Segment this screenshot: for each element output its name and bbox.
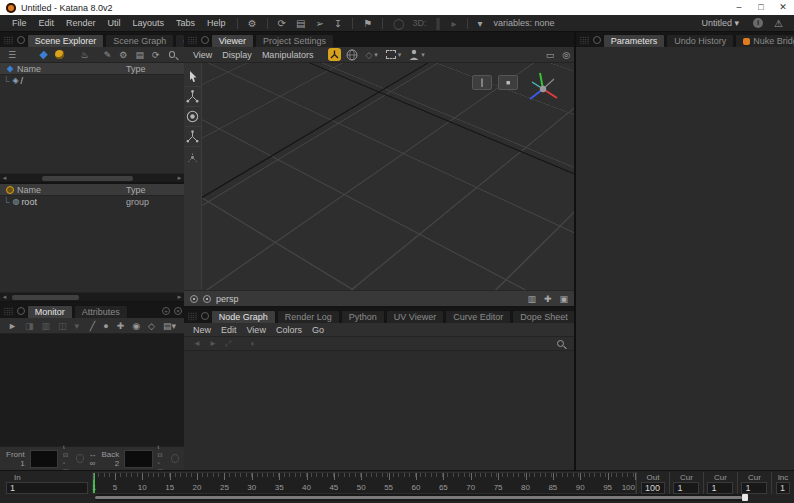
menu-manipulators[interactable]: Manipulators <box>257 50 319 60</box>
translate-tool-icon[interactable] <box>185 87 201 107</box>
out-field[interactable]: 100 <box>641 482 665 494</box>
inc-field[interactable]: 1 <box>776 482 790 494</box>
menu-display[interactable]: Display <box>217 50 257 60</box>
snapshot-icon[interactable]: ▣ <box>559 294 568 304</box>
light-display-icon[interactable] <box>55 50 63 59</box>
globe-icon[interactable] <box>346 49 358 61</box>
timeline-ruler[interactable]: 1510152025303540455055606570758085909510… <box>92 472 636 494</box>
render-pot-icon[interactable]: ♨ <box>77 50 93 60</box>
lookthrough-icon[interactable] <box>190 295 198 303</box>
node-search-icon[interactable] <box>557 340 564 347</box>
scene-explorer-row-root[interactable]: └◈/ <box>0 75 184 86</box>
back-buffer-thumbnail[interactable] <box>124 450 152 468</box>
camera-select-icon[interactable] <box>203 295 211 303</box>
pane-grip-icon[interactable]: ⣿⣿ <box>184 36 199 47</box>
tab-python[interactable]: Python <box>341 310 385 323</box>
pose-dropdown[interactable]: ▾ <box>409 49 425 60</box>
display-settings-icon[interactable]: ▭ <box>546 50 555 60</box>
overlay-icon[interactable]: ✚ <box>113 321 129 331</box>
tab-dope-sheet[interactable]: Dope Sheet <box>512 310 576 323</box>
node-graph-canvas[interactable] <box>184 351 574 470</box>
variables-dropdown[interactable]: variables: none <box>488 18 561 28</box>
pan-zoom-icon[interactable]: ✚ <box>544 294 552 304</box>
tab-parameters[interactable]: Parameters <box>603 34 666 47</box>
pane-grip-icon[interactable]: ⣿⣿ <box>0 307 15 318</box>
tab-scene-explorer[interactable]: Scene Explorer <box>27 34 105 47</box>
camera-label[interactable]: persp <box>216 294 239 304</box>
frame-all-icon[interactable]: ⤢ <box>221 339 235 349</box>
link-buffers-icon[interactable]: ∞ <box>90 459 96 468</box>
cur-field-1[interactable]: 1 <box>707 482 733 494</box>
scene-graph-hscrollbar[interactable]: ◄ ► <box>0 292 184 301</box>
search-icon[interactable] <box>169 51 176 58</box>
node-badge-icon[interactable]: ◑ <box>245 339 258 348</box>
pause-button[interactable]: ║ <box>472 75 492 90</box>
scale-tool-icon[interactable] <box>185 127 201 147</box>
tab-nuke-bridge[interactable]: Nuke Bridge <box>735 34 794 47</box>
viewer-sync-icon[interactable]: ◎ <box>562 50 570 60</box>
pane-menu-icon[interactable] <box>201 312 209 320</box>
tab-viewer[interactable]: Viewer <box>211 34 254 47</box>
tab-uv-viewer[interactable]: UV Viewer <box>386 310 444 323</box>
channels-icon[interactable]: ▥ <box>37 321 54 331</box>
pane-grip-icon[interactable]: ⣿⣿ <box>576 36 591 47</box>
tab-undo-history[interactable]: Undo History <box>666 34 734 47</box>
menu-file[interactable]: File <box>6 18 33 28</box>
menu-help[interactable]: Help <box>201 18 232 28</box>
render-flag-icon[interactable]: ⚑ <box>358 18 377 29</box>
axis-gizmo[interactable] <box>524 69 562 107</box>
menu-render[interactable]: Render <box>60 18 102 28</box>
timeline-scrollbar[interactable] <box>95 494 748 501</box>
project-dropdown[interactable]: Untitled ▾ <box>693 18 747 28</box>
gear-small-icon[interactable]: ⚙ <box>115 50 131 60</box>
tab-node-graph[interactable]: Node Graph <box>211 310 276 323</box>
rotate-tool-icon[interactable] <box>185 107 201 127</box>
swap-buffers-icon[interactable]: ↔ <box>88 450 96 459</box>
minimize-button[interactable]: – <box>728 0 750 15</box>
pencil-icon[interactable]: ✎ <box>100 50 116 60</box>
forward-icon[interactable]: ► <box>205 339 221 348</box>
scene-explorer-hscrollbar[interactable]: ◄ ► <box>0 173 184 182</box>
probe-icon[interactable]: ↧ <box>329 18 347 29</box>
view-eye-icon[interactable]: ◉ <box>128 321 144 331</box>
tab-scene-graph[interactable]: Scene Graph <box>105 34 174 47</box>
menu-edit[interactable]: Edit <box>216 325 242 335</box>
select-tool-icon[interactable] <box>185 67 201 87</box>
menu-new[interactable]: New <box>188 325 216 335</box>
gnomon-icon[interactable] <box>328 48 341 61</box>
in-field[interactable]: 1 <box>6 482 88 494</box>
proxy-display-icon[interactable] <box>40 50 49 59</box>
pane-menu-icon[interactable] <box>17 36 25 44</box>
selection-mode-dropdown[interactable]: ▾ <box>386 50 402 59</box>
menu-view[interactable]: View <box>242 325 271 335</box>
viewport-3d[interactable]: ║ ■ <box>184 63 574 290</box>
maximize-button[interactable]: □ <box>750 0 772 15</box>
pane-menu-icon[interactable] <box>17 307 25 315</box>
info-icon[interactable]: i <box>753 18 763 28</box>
front-buffer-thumbnail[interactable] <box>30 450 58 468</box>
front-value[interactable]: 1 <box>20 459 24 468</box>
diamond-icon[interactable]: ◇ <box>144 321 159 331</box>
zoom-level-icon[interactable]: ▾ <box>70 321 83 331</box>
comment-icon[interactable]: ● <box>99 321 112 331</box>
tab-attributes[interactable]: Attributes <box>74 305 128 318</box>
filmstrip-icon[interactable]: ▥ <box>527 294 536 304</box>
gear-icon[interactable]: ⚙ <box>243 18 262 29</box>
slate-small-icon[interactable]: ▤ <box>131 50 148 60</box>
pane-grip-icon[interactable]: ⣿⣿ <box>0 36 15 47</box>
menu-view[interactable]: View <box>188 50 217 60</box>
warning-icon[interactable]: ⚠ <box>769 18 788 29</box>
split-view-icon[interactable]: ◨ <box>21 321 38 331</box>
close-button[interactable]: ✕ <box>772 0 794 15</box>
menu-util[interactable]: Util <box>102 18 127 28</box>
monitor-canvas[interactable] <box>0 334 184 446</box>
menu-go[interactable]: Go <box>307 325 329 335</box>
timeline-scroll-handle[interactable] <box>742 494 748 501</box>
stop-button[interactable]: ■ <box>498 75 518 90</box>
layers-icon[interactable]: ▤▾ <box>159 321 180 331</box>
tab-render-log[interactable]: Render Log <box>277 310 340 323</box>
pane-menu-icon[interactable] <box>593 36 601 44</box>
annotate-icon[interactable]: ╱ <box>86 321 99 331</box>
menu-layouts[interactable]: Layouts <box>127 18 171 28</box>
refresh-icon[interactable]: ⟳ <box>273 18 291 29</box>
